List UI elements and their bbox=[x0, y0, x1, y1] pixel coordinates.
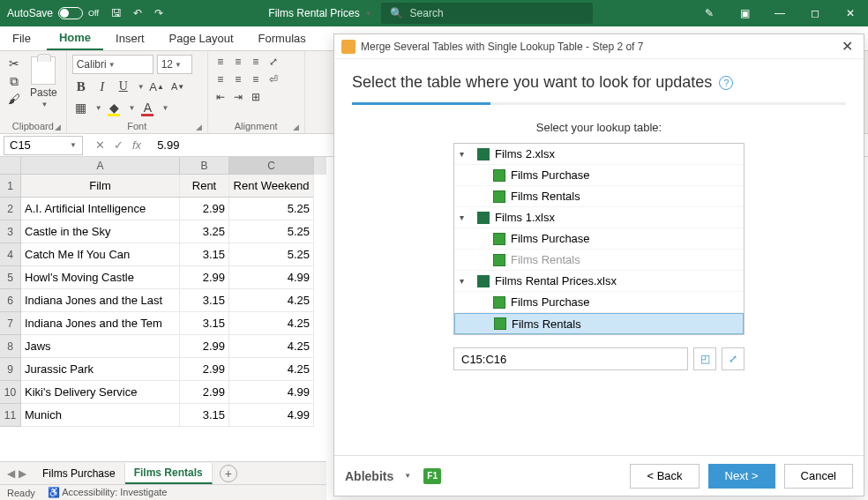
tree-sheet[interactable]: Films Rentals bbox=[454, 186, 744, 207]
font-name-select[interactable]: Calibri▼ bbox=[72, 55, 153, 74]
paste-button[interactable]: Paste ▼ bbox=[26, 55, 61, 110]
cell[interactable]: 2.99 bbox=[180, 381, 229, 404]
cell[interactable]: 4.25 bbox=[229, 312, 314, 335]
grow-font-icon[interactable]: A▲ bbox=[148, 78, 166, 95]
col-header[interactable]: A bbox=[21, 157, 180, 175]
align-center-icon[interactable]: ≡ bbox=[231, 72, 245, 86]
row-header[interactable]: 5 bbox=[0, 266, 21, 289]
select-range-icon[interactable]: ◰ bbox=[693, 347, 716, 370]
cell[interactable]: 4.99 bbox=[229, 266, 314, 289]
row-header[interactable]: 8 bbox=[0, 335, 21, 358]
wrap-text-icon[interactable]: ⏎ bbox=[266, 72, 281, 86]
shrink-font-icon[interactable]: A▼ bbox=[169, 78, 187, 95]
align-right-icon[interactable]: ≡ bbox=[249, 72, 263, 86]
col-header[interactable]: C bbox=[229, 157, 314, 175]
cell[interactable]: Jurassic Park bbox=[21, 358, 180, 381]
cell[interactable]: 3.15 bbox=[180, 404, 229, 427]
cell[interactable]: 3.25 bbox=[180, 220, 229, 243]
maximize-icon[interactable]: ◻ bbox=[797, 0, 833, 26]
add-sheet-button[interactable]: + bbox=[220, 465, 237, 482]
row-header[interactable]: 9 bbox=[0, 358, 21, 381]
help-icon[interactable]: ? bbox=[719, 76, 733, 90]
row-header[interactable]: 11 bbox=[0, 404, 21, 427]
sheet-tab[interactable]: Films Purchase bbox=[34, 464, 125, 483]
cell[interactable]: 4.25 bbox=[229, 289, 314, 312]
enter-formula-icon[interactable]: ✓ bbox=[114, 138, 123, 152]
table-row[interactable]: 7Indiana Jones and the Tem3.154.25 bbox=[0, 312, 326, 335]
autosave-toggle[interactable]: AutoSave Off bbox=[0, 7, 106, 19]
tree-sheet[interactable]: Films Purchase bbox=[454, 165, 744, 186]
select-all-corner[interactable] bbox=[0, 157, 21, 175]
fill-color-button[interactable]: ◆ bbox=[106, 99, 123, 116]
row-header[interactable]: 6 bbox=[0, 289, 21, 312]
cell[interactable]: 5.25 bbox=[229, 220, 314, 243]
ribbon-display-icon[interactable]: ▣ bbox=[727, 0, 762, 26]
table-row[interactable]: 2A.I. Artificial Intelligence2.995.25 bbox=[0, 198, 326, 220]
tree-workbook[interactable]: ▾Films 2.xlsx bbox=[454, 144, 744, 165]
cell[interactable]: Munich bbox=[21, 404, 180, 427]
save-icon[interactable]: 🖫 bbox=[108, 4, 125, 22]
document-title[interactable]: Films Rental Prices ▼ bbox=[268, 7, 371, 19]
font-size-select[interactable]: 12▼ bbox=[157, 55, 192, 74]
dialog-launcher-icon[interactable]: ◢ bbox=[196, 123, 202, 131]
cell[interactable]: 4.99 bbox=[229, 381, 314, 404]
tree-workbook[interactable]: ▾Films Rental Prices.xlsx bbox=[454, 271, 744, 292]
cell[interactable]: 3.15 bbox=[180, 289, 229, 312]
row-header[interactable]: 2 bbox=[0, 198, 21, 220]
pen-icon[interactable]: ✎ bbox=[692, 0, 727, 26]
expand-range-icon[interactable]: ⤢ bbox=[722, 347, 745, 370]
chevron-down-icon[interactable]: ▼ bbox=[404, 472, 411, 480]
close-icon[interactable]: ✕ bbox=[833, 0, 868, 26]
spreadsheet-grid[interactable]: A B C 1 Film Rent Rent Weekend 2A.I. Art… bbox=[0, 157, 326, 461]
cell[interactable]: 4.99 bbox=[229, 404, 314, 427]
cell[interactable]: Kiki's Delivery Service bbox=[21, 381, 180, 404]
cell[interactable]: 2.99 bbox=[180, 198, 229, 220]
cell[interactable]: 3.15 bbox=[180, 243, 229, 266]
table-row[interactable]: 9Jurassic Park2.994.25 bbox=[0, 358, 326, 381]
col-header[interactable]: B bbox=[180, 157, 229, 175]
tab-home[interactable]: Home bbox=[47, 26, 103, 50]
row-header[interactable]: 7 bbox=[0, 312, 21, 335]
minimize-icon[interactable]: — bbox=[762, 0, 797, 26]
cell[interactable]: 3.15 bbox=[180, 312, 229, 335]
cell[interactable]: 2.99 bbox=[180, 335, 229, 358]
range-input[interactable]: C15:C16 bbox=[453, 347, 688, 370]
row-header[interactable]: 4 bbox=[0, 243, 21, 266]
table-row[interactable]: 3Castle in the Sky3.255.25 bbox=[0, 220, 326, 243]
merge-icon[interactable]: ⊞ bbox=[249, 90, 263, 104]
tree-sheet[interactable]: Films Purchase bbox=[454, 228, 744, 250]
accessibility-status[interactable]: ♿ Accessibility: Investigate bbox=[48, 487, 168, 498]
tree-sheet[interactable]: Films Rentals bbox=[454, 250, 744, 271]
row-header[interactable]: 10 bbox=[0, 381, 21, 404]
underline-button[interactable]: U bbox=[115, 78, 132, 95]
bold-button[interactable]: B bbox=[72, 78, 90, 95]
table-row[interactable]: 5Howl's Moving Castle2.994.99 bbox=[0, 266, 326, 289]
next-button[interactable]: Next > bbox=[708, 464, 775, 489]
increase-indent-icon[interactable]: ⇥ bbox=[231, 90, 245, 104]
table-row[interactable]: 4Catch Me If You Can3.155.25 bbox=[0, 243, 326, 266]
search-input[interactable]: 🔍 Search bbox=[381, 3, 593, 24]
tab-page-layout[interactable]: Page Layout bbox=[157, 26, 246, 50]
sheet-next-icon[interactable]: ▶ bbox=[19, 467, 26, 480]
cell[interactable]: 2.99 bbox=[180, 358, 229, 381]
dialog-launcher-icon[interactable]: ◢ bbox=[293, 123, 299, 131]
chevron-down-icon[interactable]: ▾ bbox=[460, 149, 472, 159]
font-color-button[interactable]: A bbox=[139, 99, 157, 116]
sheet-tab[interactable]: Films Rentals bbox=[125, 463, 213, 484]
chevron-down-icon[interactable]: ▾ bbox=[460, 213, 472, 222]
align-left-icon[interactable]: ≡ bbox=[213, 72, 228, 86]
cell[interactable]: Catch Me If You Can bbox=[21, 243, 180, 266]
tree-sheet[interactable]: Films Purchase bbox=[454, 292, 744, 313]
tab-formulas[interactable]: Formulas bbox=[246, 26, 318, 50]
back-button[interactable]: < Back bbox=[630, 464, 699, 489]
cut-icon[interactable]: ✂ bbox=[5, 55, 23, 72]
cell[interactable]: A.I. Artificial Intelligence bbox=[21, 198, 180, 220]
align-top-icon[interactable]: ≡ bbox=[213, 55, 228, 69]
format-painter-icon[interactable]: 🖌 bbox=[5, 90, 23, 108]
tree-sheet[interactable]: Films Rentals bbox=[454, 313, 744, 334]
align-bottom-icon[interactable]: ≡ bbox=[249, 55, 263, 69]
table-row[interactable]: 11Munich3.154.99 bbox=[0, 404, 326, 427]
border-button[interactable]: ▦ bbox=[72, 99, 90, 116]
cell[interactable]: 5.25 bbox=[229, 243, 314, 266]
table-row[interactable]: 6Indiana Jones and the Last3.154.25 bbox=[0, 289, 326, 312]
